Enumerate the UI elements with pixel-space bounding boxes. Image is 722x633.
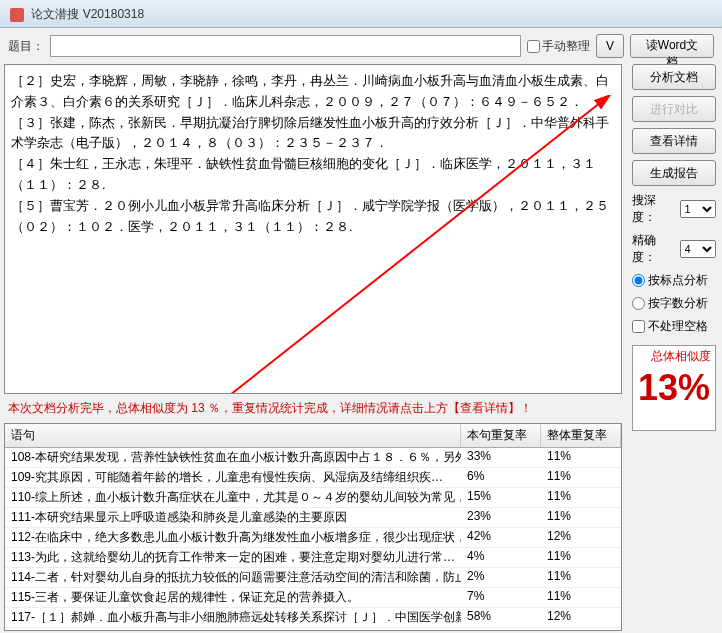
depth-select[interactable]: 1 bbox=[680, 200, 716, 218]
analyze-button[interactable]: 分析文档 bbox=[632, 64, 716, 90]
table-cell: 118-［２］史宏，李晓辉，周敏，李晓静，徐鸣，李丹，冉丛兰．川崎病血小板升高与… bbox=[5, 628, 461, 630]
v-button[interactable]: V bbox=[596, 34, 624, 58]
table-cell: 114-二者，针对婴幼儿自身的抵抗力较低的问题需要注意活动空间的清洁和除菌，防止… bbox=[5, 568, 461, 587]
table-cell: 11% bbox=[541, 508, 621, 527]
depth-label: 搜深度： bbox=[632, 192, 676, 226]
table-cell: 113-为此，这就给婴幼儿的抚育工作带来一定的困难，要注意定期对婴幼儿进行常… bbox=[5, 548, 461, 567]
table-row[interactable]: 115-三者，要保证儿童饮食起居的规律性，保证充足的营养摄入。7%11% bbox=[5, 588, 621, 608]
table-cell: 12% bbox=[541, 608, 621, 627]
overall-label: 总体相似度 bbox=[647, 346, 715, 367]
table-cell: 11% bbox=[541, 568, 621, 587]
count-radio[interactable]: 按字数分析 bbox=[632, 295, 716, 312]
table-cell: 11% bbox=[541, 548, 621, 567]
toolbar: 题目： 手动整理 V 读Word文档 bbox=[0, 28, 722, 64]
table-cell: 108-本研究结果发现，营养性缺铁性贫血在血小板计数升高原因中占１８．６％，另外… bbox=[5, 448, 461, 467]
depth-row: 搜深度： 1 bbox=[632, 192, 716, 226]
app-icon bbox=[10, 8, 24, 22]
table-row[interactable]: 108-本研究结果发现，营养性缺铁性贫血在血小板计数升高原因中占１８．６％，另外… bbox=[5, 448, 621, 468]
col-sentence[interactable]: 语句 bbox=[5, 424, 461, 447]
table-header: 语句 本句重复率 整体重复率 bbox=[5, 424, 621, 448]
table-row[interactable]: 110-综上所述，血小板计数升高症状在儿童中，尤其是０～４岁的婴幼儿间较为常见，… bbox=[5, 488, 621, 508]
punc-radio-input[interactable] bbox=[632, 274, 645, 287]
table-cell: 11% bbox=[541, 488, 621, 507]
overall-percent: 13% bbox=[638, 367, 710, 409]
manual-sort-box[interactable] bbox=[527, 40, 540, 53]
ignore-space-check[interactable]: 不处理空格 bbox=[632, 318, 716, 335]
count-radio-label: 按字数分析 bbox=[648, 295, 708, 312]
manual-sort-checkbox[interactable]: 手动整理 bbox=[527, 38, 590, 55]
accuracy-label: 精确度： bbox=[632, 232, 676, 266]
table-row[interactable]: 113-为此，这就给婴幼儿的抚育工作带来一定的困难，要注意定期对婴幼儿进行常…4… bbox=[5, 548, 621, 568]
status-message: 本次文档分析完毕，总体相似度为 13 ％，重复情况统计完成，详细情况请点击上方【… bbox=[0, 394, 626, 423]
titlebar: 论文潜搜 V20180318 bbox=[0, 0, 722, 28]
topic-label: 题目： bbox=[8, 38, 44, 55]
table-cell: 110-综上所述，血小板计数升高症状在儿童中，尤其是０～４岁的婴幼儿间较为常见，… bbox=[5, 488, 461, 507]
compare-button[interactable]: 进行对比 bbox=[632, 96, 716, 122]
topic-input[interactable] bbox=[50, 35, 521, 57]
table-cell: 112-在临床中，绝大多数患儿血小板计数升高为继发性血小板增多症，很少出现症状，… bbox=[5, 528, 461, 547]
overall-similarity-box: 总体相似度 13% bbox=[632, 345, 716, 431]
table-cell: 15% bbox=[461, 488, 541, 507]
details-button[interactable]: 查看详情 bbox=[632, 128, 716, 154]
table-row[interactable]: 109-究其原因，可能随着年龄的增长，儿童患有慢性疾病、风湿病及结缔组织疾…6%… bbox=[5, 468, 621, 488]
table-cell: 11% bbox=[541, 448, 621, 467]
ignore-space-input[interactable] bbox=[632, 320, 645, 333]
accuracy-row: 精确度： 4 bbox=[632, 232, 716, 266]
svg-line-0 bbox=[230, 95, 610, 394]
table-cell: 109-究其原因，可能随着年龄的增长，儿童患有慢性疾病、风湿病及结缔组织疾… bbox=[5, 468, 461, 487]
table-cell: 58% bbox=[461, 608, 541, 627]
manual-sort-label: 手动整理 bbox=[542, 38, 590, 55]
report-button[interactable]: 生成报告 bbox=[632, 160, 716, 186]
count-radio-input[interactable] bbox=[632, 297, 645, 310]
window-title: 论文潜搜 V20180318 bbox=[31, 7, 144, 21]
table-cell: 115-三者，要保证儿童饮食起居的规律性，保证充足的营养摄入。 bbox=[5, 588, 461, 607]
ignore-space-label: 不处理空格 bbox=[648, 318, 708, 335]
table-cell: 12% bbox=[541, 528, 621, 547]
col-overall-rate[interactable]: 整体重复率 bbox=[541, 424, 621, 447]
table-cell: 11% bbox=[541, 468, 621, 487]
table-cell: 42% bbox=[461, 528, 541, 547]
table-cell: 111-本研究结果显示上呼吸道感染和肺炎是儿童感染的主要原因 bbox=[5, 508, 461, 527]
table-cell: 11% bbox=[541, 628, 621, 630]
table-body[interactable]: 108-本研究结果发现，营养性缺铁性贫血在血小板计数升高原因中占１８．６％，另外… bbox=[5, 448, 621, 630]
punc-radio-label: 按标点分析 bbox=[648, 272, 708, 289]
table-row[interactable]: 111-本研究结果显示上呼吸道感染和肺炎是儿童感染的主要原因23%11% bbox=[5, 508, 621, 528]
table-cell: 33% bbox=[461, 448, 541, 467]
table-cell: 11% bbox=[541, 588, 621, 607]
sidebar: 分析文档 进行对比 查看详情 生成报告 搜深度： 1 精确度： 4 按标点分析 … bbox=[626, 64, 722, 633]
annotation-arrow bbox=[230, 95, 622, 394]
table-cell: 2% bbox=[461, 568, 541, 587]
table-row[interactable]: 118-［２］史宏，李晓辉，周敏，李晓静，徐鸣，李丹，冉丛兰．川崎病血小板升高与… bbox=[5, 628, 621, 630]
table-cell: 117-［１］郝婵．血小板升高与非小细胞肺癌远处转移关系探讨［Ｊ］．中国医学创新… bbox=[5, 608, 461, 627]
punc-radio[interactable]: 按标点分析 bbox=[632, 272, 716, 289]
table-row[interactable]: 117-［１］郝婵．血小板升高与非小细胞肺癌远处转移关系探讨［Ｊ］．中国医学创新… bbox=[5, 608, 621, 628]
table-cell: 4% bbox=[461, 548, 541, 567]
table-row[interactable]: 114-二者，针对婴幼儿自身的抵抗力较低的问题需要注意活动空间的清洁和除菌，防止… bbox=[5, 568, 621, 588]
col-sentence-rate[interactable]: 本句重复率 bbox=[461, 424, 541, 447]
table-cell: 26% bbox=[461, 628, 541, 630]
results-table: 语句 本句重复率 整体重复率 108-本研究结果发现，营养性缺铁性贫血在血小板计… bbox=[4, 423, 622, 631]
read-word-button[interactable]: 读Word文档 bbox=[630, 34, 714, 58]
citation-panel[interactable]: ［２］史宏，李晓辉，周敏，李晓静，徐鸣，李丹，冉丛兰．川崎病血小板升高与血清血小… bbox=[4, 64, 622, 394]
accuracy-select[interactable]: 4 bbox=[680, 240, 716, 258]
table-cell: 23% bbox=[461, 508, 541, 527]
table-cell: 6% bbox=[461, 468, 541, 487]
table-cell: 7% bbox=[461, 588, 541, 607]
table-row[interactable]: 112-在临床中，绝大多数患儿血小板计数升高为继发性血小板增多症，很少出现症状，… bbox=[5, 528, 621, 548]
